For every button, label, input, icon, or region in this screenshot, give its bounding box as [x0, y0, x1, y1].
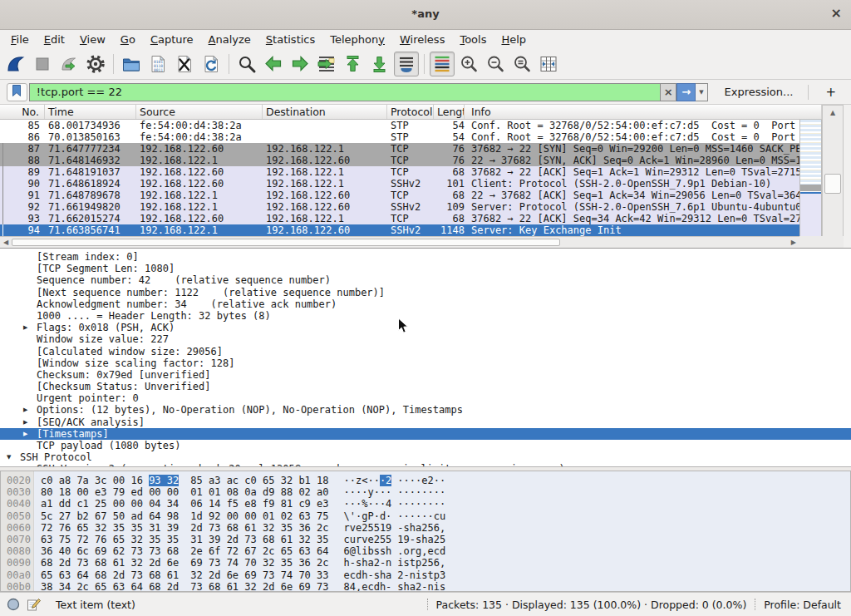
zoom-reset-button[interactable]	[509, 52, 534, 76]
column-header-time[interactable]: Time	[45, 105, 136, 119]
hex-byte[interactable]: 01	[209, 486, 220, 498]
hex-byte[interactable]: 2c	[317, 522, 328, 534]
hex-byte[interactable]: 73	[263, 569, 274, 581]
hex-byte[interactable]: b1	[298, 475, 310, 486]
hex-byte[interactable]: 63	[59, 569, 71, 581]
close-file-button[interactable]	[172, 52, 197, 76]
menu-edit[interactable]: Edit	[37, 32, 72, 47]
detail-row[interactable]: Sequence number: 42 (relative sequence n…	[0, 274, 851, 286]
hex-byte[interactable]: 73	[209, 522, 220, 534]
hex-ascii[interactable]: ········	[397, 498, 445, 510]
hex-ascii[interactable]: sha2-nis	[397, 581, 445, 592]
menu-capture[interactable]: Capture	[143, 32, 201, 47]
detail-row[interactable]: ▼SSH Protocol	[0, 451, 851, 463]
packet-minimap[interactable]	[799, 120, 822, 236]
hex-byte[interactable]: 65	[113, 534, 125, 545]
hex-byte[interactable]: 2d	[113, 569, 125, 581]
hex-byte[interactable]: 76	[59, 522, 71, 534]
hex-byte[interactable]: 00	[76, 486, 88, 498]
hex-byte[interactable]: 08	[227, 486, 239, 498]
expand-arrow-icon[interactable]: ▼	[7, 451, 20, 463]
hex-byte[interactable]: 32	[190, 569, 202, 581]
hex-byte[interactable]: 73	[149, 545, 160, 557]
column-header-source[interactable]: Source	[136, 105, 263, 119]
hex-byte[interactable]: 2d	[59, 557, 71, 569]
hex-byte[interactable]: 69	[190, 557, 202, 569]
go-last-button[interactable]	[367, 52, 392, 76]
hex-byte[interactable]: 68	[149, 581, 160, 592]
expand-arrow-icon[interactable]: ▶	[23, 416, 37, 428]
detail-row[interactable]: [TCP Segment Len: 1080]	[0, 263, 851, 274]
menu-wireless[interactable]: Wireless	[392, 32, 452, 47]
hex-byte[interactable]: 00	[227, 510, 239, 522]
filter-add-button[interactable]: +	[817, 85, 844, 100]
packet-row[interactable]: 9471.663856741192.168.122.1192.168.122.6…	[0, 224, 799, 236]
hex-byte[interactable]: 63	[298, 510, 310, 522]
hex-byte[interactable]: 2d	[263, 581, 274, 592]
zoom-out-button[interactable]	[483, 52, 508, 76]
hex-byte[interactable]: 00	[244, 510, 256, 522]
hex-byte[interactable]: 75	[59, 534, 71, 545]
hex-byte[interactable]: 98	[167, 510, 179, 522]
hex-byte[interactable]: c0	[244, 475, 256, 486]
menu-go[interactable]: Go	[113, 32, 143, 47]
hex-ascii[interactable]: ····y···	[344, 486, 392, 498]
column-header-length[interactable]: Length	[434, 105, 465, 119]
menu-telephony[interactable]: Telephony	[322, 32, 392, 47]
capture-comment-icon[interactable]	[27, 598, 41, 612]
hex-byte[interactable]: 64	[76, 569, 88, 581]
hex-byte[interactable]: 75	[317, 510, 328, 522]
hex-byte[interactable]: ac	[227, 475, 239, 486]
packet-row[interactable]: 9071.648618924192.168.122.60192.168.122.…	[0, 178, 799, 190]
close-icon[interactable]: ×	[831, 7, 842, 20]
hex-ascii[interactable]: ······cu	[397, 510, 445, 522]
hex-byte[interactable]: 68	[227, 522, 239, 534]
hex-byte[interactable]: 01	[190, 486, 202, 498]
hex-byte[interactable]: 2c	[76, 581, 88, 592]
hex-byte[interactable]: 02	[281, 510, 293, 522]
detail-row[interactable]: [Stream index: 0]	[0, 251, 851, 263]
detail-row[interactable]: ▶Flags: 0x018 (PSH, ACK)	[0, 322, 851, 333]
hex-byte[interactable]: 18	[59, 486, 71, 498]
go-back-button[interactable]	[261, 52, 286, 76]
hex-byte[interactable]: e3	[95, 486, 106, 498]
hex-byte[interactable]: 68	[209, 581, 220, 592]
hex-ascii[interactable]: istp256,	[397, 557, 445, 569]
detail-row[interactable]: TCP payload (1080 bytes)	[0, 440, 851, 451]
hex-byte[interactable]: 35	[281, 522, 293, 534]
hex-byte[interactable]: 31	[149, 522, 160, 534]
hex-byte[interactable]: 35	[149, 534, 160, 545]
hex-byte[interactable]: 38	[41, 581, 52, 592]
hex-byte[interactable]: 00	[167, 486, 179, 498]
packet-row[interactable]: 8568.001734936fe:54:00:d4:38:2aSTP54Conf…	[0, 120, 799, 131]
hex-byte[interactable]: 63	[41, 534, 52, 545]
hex-byte[interactable]: c9	[298, 498, 310, 510]
hex-ascii[interactable]: ··z<··	[344, 475, 380, 486]
hex-byte[interactable]: a1	[41, 498, 52, 510]
hex-ascii[interactable]: rve25519	[344, 522, 392, 534]
hex-byte[interactable]: a3	[209, 475, 220, 486]
hex-byte[interactable]: 31	[190, 534, 202, 545]
hex-byte[interactable]: 69	[298, 581, 310, 592]
hex-ascii[interactable]: .org,ecd	[397, 545, 445, 557]
start-capture-button[interactable]	[3, 52, 28, 76]
hex-byte[interactable]: 35	[317, 534, 328, 545]
hex-byte[interactable]: 00	[113, 475, 125, 486]
hex-byte[interactable]: 72	[76, 534, 88, 545]
packet-list-hscrollbar[interactable]: ◀ ▶	[0, 236, 799, 248]
hex-byte[interactable]: c0	[41, 475, 52, 486]
hex-byte[interactable]: 68	[149, 569, 160, 581]
hex-byte[interactable]: 35	[130, 522, 142, 534]
menu-analyze[interactable]: Analyze	[201, 32, 258, 47]
hex-byte[interactable]: 61	[113, 557, 125, 569]
hex-byte[interactable]: f5	[227, 498, 239, 510]
hex-byte[interactable]: 32	[130, 557, 142, 569]
hex-byte[interactable]: 27	[59, 510, 71, 522]
hex-byte[interactable]: b2	[76, 510, 88, 522]
hex-byte[interactable]: 32	[263, 557, 274, 569]
stop-capture-button[interactable]	[30, 52, 55, 76]
hex-byte[interactable]: 88	[281, 486, 293, 498]
hex-byte[interactable]: 36	[298, 557, 310, 569]
hex-byte[interactable]: 2c	[263, 545, 274, 557]
hex-byte[interactable]: 2d	[190, 522, 202, 534]
